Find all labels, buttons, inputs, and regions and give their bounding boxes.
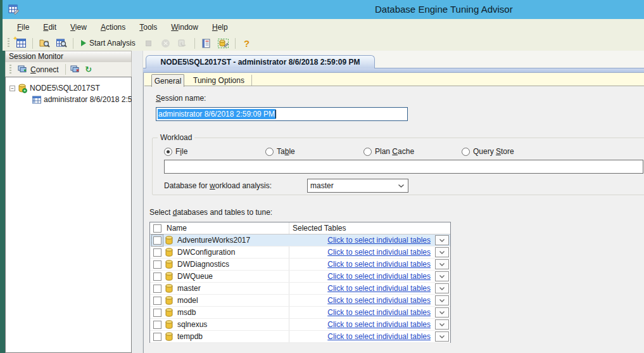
table-row[interactable]: sqlnexus Click to select individual tabl…: [150, 319, 450, 331]
menu-actions[interactable]: Actions: [94, 20, 132, 34]
disconnect-icon[interactable]: [70, 63, 81, 76]
tables-dropdown-button[interactable]: [435, 271, 449, 281]
tuning-advisor-app-icon: [8, 4, 20, 15]
table-row[interactable]: DWDiagnostics Click to select individual…: [150, 259, 450, 271]
chevron-down-icon: [439, 311, 445, 314]
workload-file-input[interactable]: [164, 160, 643, 174]
toolbar-separator: [65, 64, 66, 75]
view-workload-table-icon[interactable]: [54, 37, 69, 49]
connect-button[interactable]: Connect: [15, 65, 61, 75]
dta-window: Database Engine Tuning Advisor File Edit…: [0, 0, 644, 353]
tables-dropdown-button[interactable]: [435, 319, 449, 330]
table-row[interactable]: DWQueue Click to select individual table…: [150, 271, 450, 283]
start-analysis-icon: [81, 40, 86, 46]
radio-file[interactable]: File: [164, 147, 187, 156]
table-row[interactable]: master Click to select individual tables: [150, 283, 450, 295]
menu-view[interactable]: View: [63, 20, 94, 34]
apply-recommendations-icon[interactable]: [175, 37, 191, 49]
chevron-down-icon: [439, 263, 445, 266]
table-row[interactable]: DWConfiguration Click to select individu…: [150, 247, 450, 259]
tables-dropdown-button[interactable]: [435, 259, 449, 269]
open-workload-file-icon[interactable]: [37, 37, 52, 49]
tables-dropdown-button[interactable]: [435, 331, 449, 342]
tuning-options-icon[interactable]: [216, 37, 231, 49]
title-bar[interactable]: Database Engine Tuning Advisor: [3, 0, 644, 19]
new-session-icon[interactable]: ✦: [13, 37, 28, 49]
cancel-icon[interactable]: ✕: [158, 37, 174, 49]
select-tables-link[interactable]: Click to select individual tables: [327, 260, 431, 269]
help-icon[interactable]: ?: [239, 37, 255, 49]
start-analysis-label: Start Analysis: [89, 39, 136, 48]
table-row[interactable]: msdb Click to select individual tables: [150, 307, 450, 319]
select-all-checkbox[interactable]: [153, 224, 161, 233]
row-checkbox[interactable]: [153, 321, 161, 329]
menu-tools[interactable]: Tools: [132, 20, 164, 34]
tables-dropdown-button[interactable]: [435, 295, 449, 305]
tab-tuning-options-label: Tuning Options: [193, 76, 244, 85]
start-analysis-button[interactable]: Start Analysis: [77, 37, 139, 49]
menu-window[interactable]: Window: [164, 20, 205, 34]
radio-file-label: File: [175, 147, 187, 156]
tables-dropdown-button[interactable]: [435, 283, 449, 293]
radio-query-store-label: Query Store: [473, 147, 514, 156]
radio-query-store[interactable]: Query Store: [462, 147, 514, 156]
row-checkbox[interactable]: [153, 273, 161, 281]
radio-plan-cache[interactable]: Plan Cache: [363, 147, 414, 156]
table-row[interactable]: model Click to select individual tables: [150, 295, 450, 307]
row-checkbox[interactable]: [153, 260, 161, 269]
preview-workload-icon[interactable]: [199, 37, 214, 49]
select-tables-link[interactable]: Click to select individual tables: [327, 332, 431, 341]
refresh-icon[interactable]: ↻: [83, 63, 94, 76]
tables-dropdown-button[interactable]: [435, 247, 449, 257]
select-tables-link[interactable]: Click to select individual tables: [327, 284, 431, 293]
select-tables-link[interactable]: Click to select individual tables: [327, 248, 431, 257]
row-checkbox[interactable]: [153, 236, 161, 245]
radio-table[interactable]: Table: [265, 147, 295, 156]
tables-dropdown-button[interactable]: [435, 235, 449, 245]
database-analysis-combo[interactable]: master: [307, 179, 408, 193]
database-name: sqlnexus: [177, 320, 207, 329]
database-name: tempdb: [177, 332, 203, 341]
table-row[interactable]: AdventureWorks2017 Click to select indiv…: [150, 234, 450, 247]
session-document-tab[interactable]: NODE5\SQL2017ST - administrator 8/6/2018…: [146, 55, 375, 68]
chevron-down-icon: [439, 287, 445, 290]
connect-label: Connect: [30, 65, 59, 74]
menu-edit[interactable]: Edit: [36, 20, 63, 34]
menu-help[interactable]: Help: [205, 20, 235, 34]
collapse-icon[interactable]: −: [9, 86, 15, 91]
workload-group-label: Workload: [158, 133, 194, 142]
toolbar-grip[interactable]: [9, 65, 11, 75]
stop-analysis-icon[interactable]: [141, 37, 156, 49]
session-name-input[interactable]: administrator 8/6/2018 2:59:09 PM: [156, 107, 408, 121]
table-row[interactable]: tempdb Click to select individual tables: [150, 331, 450, 343]
tables-dropdown-button[interactable]: [435, 307, 449, 318]
chevron-down-icon: [439, 335, 445, 338]
tab-tuning-options[interactable]: Tuning Options: [186, 75, 252, 86]
database-icon: [165, 284, 173, 293]
tree-node-server[interactable]: − NODE5\SQL2017ST: [9, 83, 100, 93]
database-name: DWDiagnostics: [177, 260, 229, 269]
select-tables-link[interactable]: Click to select individual tables: [327, 296, 431, 305]
row-checkbox[interactable]: [153, 309, 161, 317]
general-tab-page: General Tuning Options Session name: adm…: [143, 73, 644, 353]
tab-general[interactable]: General: [151, 74, 184, 87]
panel-splitter[interactable]: [132, 51, 143, 353]
select-tables-link[interactable]: Click to select individual tables: [327, 236, 431, 245]
database-icon: [165, 296, 173, 305]
select-tables-link[interactable]: Click to select individual tables: [327, 272, 431, 281]
row-checkbox[interactable]: [153, 285, 161, 293]
menu-file[interactable]: File: [10, 20, 36, 34]
select-tables-link[interactable]: Click to select individual tables: [327, 320, 431, 329]
column-header-selected-tables: Selected Tables: [293, 224, 346, 233]
row-checkbox[interactable]: [153, 333, 161, 341]
toolbar-grip[interactable]: [8, 38, 9, 48]
tree-node-session[interactable]: administrator 8/6/2018 2:59:: [32, 95, 138, 104]
row-checkbox[interactable]: [153, 297, 161, 305]
tree-server-label: NODE5\SQL2017ST: [30, 84, 100, 93]
session-monitor-title: Session Monitor: [5, 51, 132, 62]
row-checkbox[interactable]: [153, 248, 161, 257]
radio-plan-cache-label: Plan Cache: [375, 147, 414, 156]
select-tables-link[interactable]: Click to select individual tables: [327, 308, 431, 317]
menu-bar: File Edit View Actions Tools Window Help: [3, 19, 644, 35]
main-toolbar: ✦ Start Analysis: [3, 35, 644, 51]
